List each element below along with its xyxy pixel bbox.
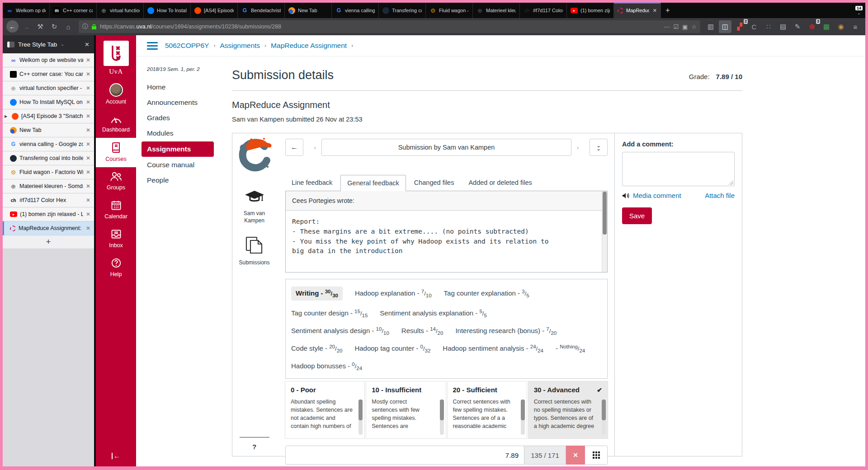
rubric-score-chip[interactable]: Results - 14/20 bbox=[401, 326, 443, 336]
browser-tab[interactable]: GBendelachrist - G bbox=[238, 3, 285, 18]
shield-icon[interactable]: ☑ bbox=[673, 24, 679, 30]
close-icon[interactable]: ✕ bbox=[86, 99, 90, 105]
course-nav-people[interactable]: People bbox=[147, 173, 219, 188]
extension-grid-icon[interactable]: ▦ bbox=[820, 20, 833, 33]
library-icon[interactable]: ▥ bbox=[704, 20, 717, 33]
ublock-icon[interactable]: ⬟3 bbox=[806, 20, 818, 33]
close-icon[interactable]: ✕ bbox=[86, 57, 90, 63]
rubric-score-chip[interactable]: Tag counter design - 15/15 bbox=[291, 309, 368, 318]
screenshot-icon[interactable]: ▣ bbox=[682, 24, 688, 30]
close-icon[interactable]: ✕ bbox=[86, 197, 90, 203]
close-sidebar-icon[interactable]: ✕ bbox=[85, 41, 90, 48]
browser-tab[interactable]: ▸(1) bomen zijn re bbox=[567, 3, 614, 18]
scrollbar[interactable] bbox=[359, 400, 363, 435]
close-icon[interactable]: ✕ bbox=[86, 85, 90, 91]
extension-dark-icon[interactable]: ▤ bbox=[777, 20, 789, 33]
course-nav-announcements[interactable]: Announcements bbox=[147, 95, 219, 110]
sidebar-item-account[interactable]: Account bbox=[96, 79, 136, 110]
sidebar-item-help[interactable]: Help bbox=[96, 254, 136, 282]
tab-added-or-deleted-files[interactable]: Added or deleted files bbox=[462, 175, 538, 191]
clear-grade-button[interactable]: ✕ bbox=[566, 446, 585, 465]
sidebar-item-groups[interactable]: Groups bbox=[96, 167, 136, 196]
bookmark-star-icon[interactable]: ☆ bbox=[691, 24, 697, 30]
home-button[interactable]: ⌂ bbox=[62, 20, 75, 33]
browser-tab[interactable]: ⚙Fluid wagon - Fa bbox=[426, 3, 473, 18]
attach-file-link[interactable]: Attach file bbox=[705, 192, 735, 199]
rubric-rating-cell[interactable]: 30 - Advanced✔Correct sentences with no … bbox=[528, 381, 608, 438]
prev-submission-button[interactable]: ‹ bbox=[309, 139, 321, 156]
browser-tab[interactable]: mC++ corner case: bbox=[50, 3, 97, 18]
grade-input[interactable]: 7.89 bbox=[285, 446, 524, 465]
tst-tab-item[interactable]: MapReduce Assignment: S✕ bbox=[3, 221, 94, 235]
tab-general-feedback[interactable]: General feedback bbox=[340, 175, 406, 191]
scrollbar[interactable] bbox=[521, 400, 525, 435]
course-nav-home[interactable]: Home bbox=[147, 80, 219, 94]
close-icon[interactable]: ✕ bbox=[86, 71, 90, 77]
browser-tab[interactable]: ⊕virtual function s bbox=[97, 3, 144, 18]
close-icon[interactable]: ✕ bbox=[653, 8, 657, 14]
rubric-score-chip[interactable]: Code style - 20/20 bbox=[291, 344, 342, 353]
tab-line-feedback[interactable]: Line feedback bbox=[285, 175, 339, 191]
info-icon[interactable]: ⓘ bbox=[82, 23, 88, 31]
rubric-rating-cell[interactable]: 0 - PoorAbundant spelling mistakes. Sent… bbox=[285, 381, 364, 438]
expand-button[interactable]: ⌄⌄ bbox=[590, 139, 608, 156]
sidebar-item-inbox[interactable]: Inbox bbox=[96, 225, 136, 254]
tst-tab-item[interactable]: ⊕virtual function specifier -✕ bbox=[3, 81, 94, 95]
sidebar-item-dashboard[interactable]: Dashboard bbox=[96, 110, 136, 138]
back-button[interactable]: ← bbox=[6, 20, 19, 33]
new-tab-button[interactable]: + bbox=[661, 3, 675, 18]
rubric-rating-cell[interactable]: 20 - SufficientCorrect sentences with fe… bbox=[448, 381, 527, 438]
rubric-score-chip[interactable]: Tag counter explanation - 3/5 bbox=[444, 289, 529, 298]
save-button[interactable]: Save bbox=[622, 207, 652, 224]
browser-tab[interactable]: How To Install M bbox=[144, 3, 191, 18]
rubric-score-chip[interactable]: Sentiment analysis design - 10/10 bbox=[291, 326, 389, 336]
help-link[interactable]: ? bbox=[252, 443, 256, 451]
close-icon[interactable]: ✕ bbox=[86, 225, 90, 231]
rubric-score-chip[interactable]: Hadoop explanation - 7/10 bbox=[355, 289, 432, 298]
rubric-score-chip[interactable]: Hadoop sentiment analysis - 24/24 bbox=[443, 344, 543, 353]
close-icon[interactable]: ✕ bbox=[86, 183, 90, 189]
tampermonkey-icon[interactable]: ◉ bbox=[835, 20, 847, 33]
list-all-tabs-button[interactable]: 14 ⌄ bbox=[853, 3, 865, 18]
submissions-label[interactable]: Submissions bbox=[239, 259, 269, 266]
browser-tab[interactable]: Gvienna calling - G bbox=[332, 3, 379, 18]
sidebar-item-courses[interactable]: Courses bbox=[96, 138, 136, 167]
url-text[interactable]: https://canvas.uva.nl/courses/1694/assig… bbox=[100, 24, 660, 30]
url-bar[interactable]: ⓘ https://canvas.uva.nl/courses/1694/ass… bbox=[79, 20, 700, 33]
next-submission-button[interactable]: › bbox=[571, 139, 584, 156]
menu-icon[interactable]: ≡ bbox=[849, 20, 862, 33]
browser-tab[interactable]: [AS4] Episode 3 " bbox=[191, 3, 238, 18]
keypad-button[interactable] bbox=[585, 446, 608, 465]
back-arrow-button[interactable]: ← bbox=[285, 139, 303, 156]
reload-button[interactable]: ↻ bbox=[48, 20, 61, 33]
course-nav-course-manual[interactable]: Course manual bbox=[147, 158, 219, 172]
tst-tab-item[interactable]: ch#f7d117 Color Hex✕ bbox=[3, 193, 94, 207]
uva-logo[interactable] bbox=[104, 41, 129, 66]
close-icon[interactable]: ✕ bbox=[86, 211, 90, 217]
breadcrumb-link[interactable]: MapReduce Assignment bbox=[271, 42, 347, 50]
scrollbar[interactable] bbox=[602, 191, 607, 272]
tst-tab-item[interactable]: ⚙Fluid wagon - Factorio Wi✕ bbox=[3, 165, 94, 179]
browser-tab[interactable]: New Tab bbox=[285, 3, 332, 18]
browser-tab[interactable]: ch#f7d117 Color He bbox=[520, 3, 567, 18]
scrollbar[interactable] bbox=[602, 400, 606, 435]
tst-tab-item[interactable]: ▸(1) bomen zijn relaxed - Lu✕ bbox=[3, 207, 94, 221]
graduation-cap-icon[interactable] bbox=[244, 190, 265, 206]
extension-c-icon[interactable]: C bbox=[748, 20, 760, 33]
chevron-down-icon[interactable]: ⌄ bbox=[61, 42, 64, 47]
sidebar-icon[interactable]: ◫ bbox=[719, 20, 731, 33]
scrollbar[interactable] bbox=[440, 400, 444, 435]
tst-tab-item[interactable]: ⊕Materieel kleuren - Somda✕ bbox=[3, 179, 94, 193]
student-avatar[interactable] bbox=[232, 133, 276, 177]
rubric-score-chip[interactable]: Interesting research (bonus) - 7/20 bbox=[455, 326, 557, 336]
tst-tab-item[interactable]: New Tab✕ bbox=[3, 123, 94, 137]
extension-edit-icon[interactable]: ✎ bbox=[791, 20, 804, 33]
close-icon[interactable]: ✕ bbox=[86, 169, 90, 175]
submissions-icon[interactable] bbox=[244, 236, 265, 257]
close-icon[interactable]: ✕ bbox=[86, 141, 90, 147]
media-comment-link[interactable]: Media comment bbox=[633, 192, 681, 199]
breadcrumb-link[interactable]: Assignments bbox=[220, 42, 260, 50]
devtools-button[interactable]: ⚒ bbox=[34, 20, 47, 33]
close-icon[interactable]: ✕ bbox=[86, 155, 90, 161]
tst-tab-item[interactable]: mC++ corner case: You can i✕ bbox=[3, 67, 94, 81]
